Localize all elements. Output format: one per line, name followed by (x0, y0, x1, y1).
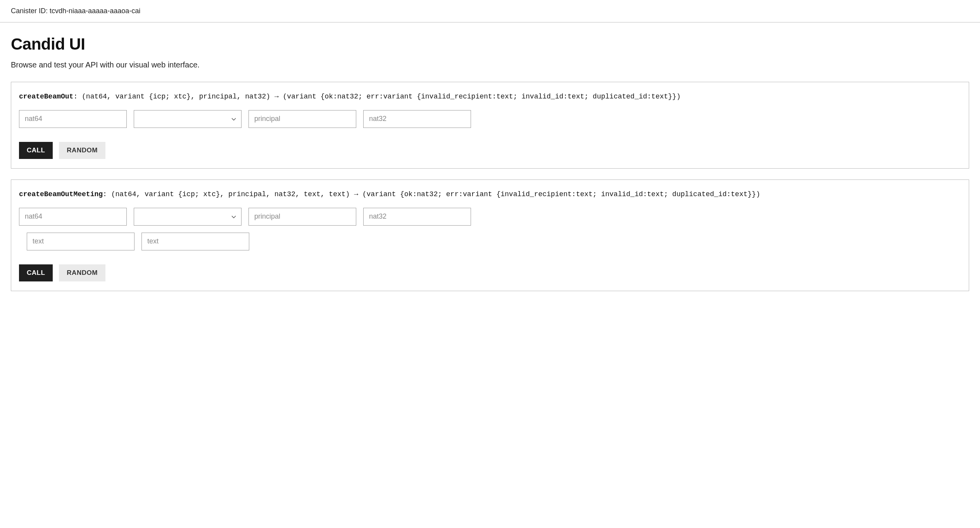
param-input-text[interactable] (141, 233, 249, 250)
method-signature: createBeamOutMeeting: (nat64, variant {i… (19, 189, 961, 200)
call-button[interactable]: CALL (19, 264, 53, 281)
random-button[interactable]: RANDOM (59, 264, 105, 281)
main-container: Candid UI Browse and test your API with … (0, 22, 980, 314)
param-select-variant[interactable] (134, 208, 242, 226)
random-button[interactable]: RANDOM (59, 142, 105, 159)
param-input-nat64[interactable] (19, 110, 127, 128)
param-select-wrap (134, 208, 242, 226)
method-signature: createBeamOut: (nat64, variant {icp; xtc… (19, 91, 961, 102)
param-input-nat32[interactable] (363, 208, 471, 226)
method-colon: : (73, 93, 78, 100)
method-name: createBeamOutMeeting (19, 190, 103, 198)
param-input-nat32[interactable] (363, 110, 471, 128)
method-card-createBeamOut: createBeamOut: (nat64, variant {icp; xtc… (11, 82, 969, 169)
method-signature-rest: (nat64, variant {icp; xtc}, principal, n… (78, 93, 680, 100)
param-input-nat64[interactable] (19, 208, 127, 226)
inputs-row (19, 208, 961, 226)
method-colon: : (103, 190, 107, 198)
param-select-variant[interactable] (134, 110, 242, 128)
param-input-text[interactable] (27, 233, 135, 250)
inputs-row-2 (19, 233, 961, 250)
header-bar: Canister ID: tcvdh-niaaa-aaaaa-aaaoa-cai (0, 0, 980, 22)
button-row: CALL RANDOM (19, 142, 961, 159)
button-row: CALL RANDOM (19, 264, 961, 281)
method-card-createBeamOutMeeting: createBeamOutMeeting: (nat64, variant {i… (11, 179, 969, 291)
method-signature-rest: (nat64, variant {icp; xtc}, principal, n… (107, 190, 760, 198)
param-input-principal[interactable] (248, 208, 356, 226)
inputs-row (19, 110, 961, 128)
method-name: createBeamOut (19, 93, 73, 100)
call-button[interactable]: CALL (19, 142, 53, 159)
param-select-wrap (134, 110, 242, 128)
page-title: Candid UI (11, 35, 969, 53)
canister-id-label: Canister ID: tcvdh-niaaa-aaaaa-aaaoa-cai (11, 7, 140, 15)
param-input-principal[interactable] (248, 110, 356, 128)
page-subtitle: Browse and test your API with our visual… (11, 60, 969, 69)
